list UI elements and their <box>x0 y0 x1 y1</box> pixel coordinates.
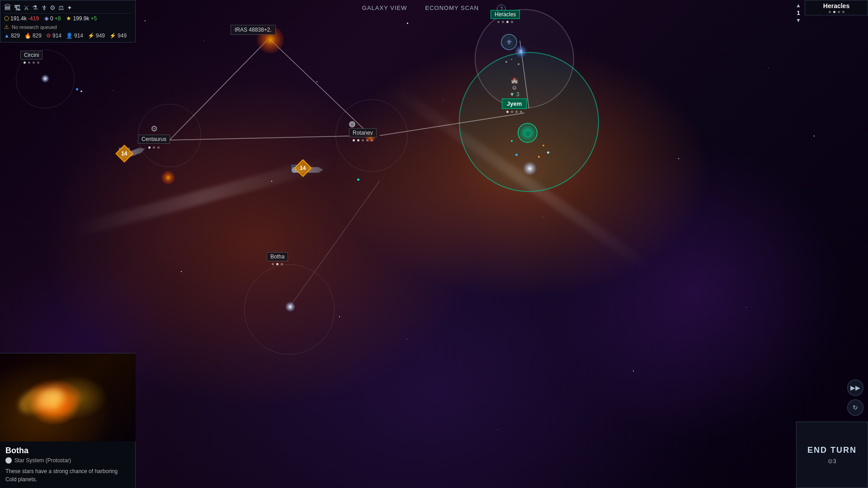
bottom-left-info-panel: Botha Star System (Protostar) These star… <box>0 353 136 488</box>
star-heracles-glow <box>514 45 527 58</box>
empire-population-icon[interactable]: 🏛 <box>4 4 11 12</box>
bg-star <box>633 371 634 371</box>
research-row[interactable]: ⚠ No research queued <box>4 23 132 31</box>
empire-dots <box>810 11 863 13</box>
economy-scan-info-icon[interactable]: ? <box>497 5 506 14</box>
bg-star <box>678 158 679 159</box>
protostar-icon <box>5 457 12 464</box>
jyem-planet-1 <box>515 154 518 156</box>
selected-system-name: Botha <box>5 446 130 455</box>
jyem-main-orb: ⊕ <box>518 123 538 143</box>
top-right-panel: ▲ 1 ▼ Heracles <box>792 0 868 26</box>
system-centaurus[interactable]: ⚙ Centaurus <box>138 124 170 149</box>
nebula-1 <box>45 45 362 271</box>
diplomacy-icon[interactable]: 🗡 <box>41 4 47 11</box>
system-label-circini[interactable]: Circini <box>20 51 42 64</box>
refresh-btn[interactable]: ↻ <box>847 399 863 416</box>
top-center-nav: GALAXY VIEW ECONOMY SCAN ? <box>362 5 506 14</box>
heracles-small-dot-3 <box>518 63 519 65</box>
rotanev-face-icon: ☺ <box>349 121 355 127</box>
bg-star <box>443 99 443 100</box>
star-jyem-glow <box>523 162 537 175</box>
system-rotanev[interactable]: ☺ Rotanev <box>349 121 377 141</box>
arrow-down-icon[interactable]: ▼ <box>796 17 801 23</box>
selected-system-description: These stars have a strong chance of harb… <box>5 467 130 483</box>
rotanev-planet-cyan <box>357 178 359 181</box>
heracles-small-dot-2 <box>511 59 512 60</box>
selected-system-info: Botha Star System (Protostar) These star… <box>0 441 135 488</box>
jyem-planet-2 <box>538 156 540 158</box>
resources-row2: ▲ 829 🔥 829 ⚙ 914 👤 914 ⚡ 949 ⚡ 949 <box>4 31 132 40</box>
science-display[interactable]: ★ 199.9k +5 <box>66 15 97 22</box>
bg-star <box>316 81 317 82</box>
research-icon[interactable]: ⚗ <box>32 4 38 11</box>
jyem-small-planet-orange <box>542 145 544 146</box>
resource-values-row: ⬡ 191.4k -419 ◈ 0 +8 ★ 199.9k +5 <box>4 14 132 23</box>
circini-planet-white <box>80 90 82 92</box>
bg-star <box>181 271 182 272</box>
star-centaurus-glow <box>161 171 175 184</box>
food-display[interactable]: ▲ 829 <box>4 33 20 39</box>
jyem-planet-3 <box>547 151 549 154</box>
turn-arrows: ▲ 1 ▼ <box>792 0 805 26</box>
botha-dots <box>267 263 288 265</box>
centaurus-dots <box>148 146 160 149</box>
bg-star <box>814 136 815 136</box>
end-turn-button[interactable]: END TURN ⊙3 <box>796 422 868 488</box>
industry-display[interactable]: ⚙ 914 <box>46 33 61 39</box>
economy-scan-nav[interactable]: ECONOMY SCAN <box>425 5 479 14</box>
fast-forward-btn[interactable]: ▶▶ <box>847 380 863 396</box>
bg-star <box>113 90 113 91</box>
centaurus-gear-icon: ⚙ <box>151 124 158 134</box>
resource-panel: 🏛 🏗 ⚔ ⚗ 🗡 ⚙ ⚖ ✦ ⬡ 191.4k -419 ◈ 0 +8 ★ 1… <box>0 0 136 42</box>
trade-icon[interactable]: ⚖ <box>58 4 64 11</box>
bg-star <box>497 429 498 430</box>
jyem-dots <box>502 111 527 113</box>
dust-display[interactable]: ⚡ 949 <box>109 33 127 39</box>
system-jyem[interactable]: 🏰 ☺ ▼ 3 Jyem <box>502 77 527 113</box>
circini-dots <box>20 61 42 64</box>
bg-star <box>542 217 543 217</box>
selected-system-image <box>0 353 136 441</box>
heracles-small-dot-1 <box>505 61 507 63</box>
credits-display[interactable]: ⬡ 191.4k -419 <box>4 15 39 22</box>
bg-star <box>339 316 340 317</box>
misc-icon[interactable]: ✦ <box>67 4 72 11</box>
selected-system-type: Star System (Protostar) <box>5 457 130 464</box>
end-turn-counter: ⊙3 <box>828 458 836 465</box>
buildings-icon[interactable]: 🏗 <box>14 4 21 12</box>
settings-icon[interactable]: ⚙ <box>50 4 56 11</box>
pop-display[interactable]: 👤 914 <box>66 33 83 39</box>
resource-icons-row: 🏛 🏗 ⚔ ⚗ 🗡 ⚙ ⚖ ✦ <box>4 2 132 14</box>
galaxy-view-nav[interactable]: GALAXY VIEW <box>362 5 407 14</box>
production-display[interactable]: 🔥 829 <box>24 33 42 39</box>
turn-number: 1 <box>797 9 800 16</box>
bg-star <box>407 339 407 339</box>
energy-display[interactable]: ⚡ 949 <box>88 33 105 39</box>
jyem-pop-indicator: ▼ 3 <box>502 91 527 98</box>
bg-star <box>746 307 746 308</box>
bg-star <box>769 68 769 68</box>
star-botha-glow <box>285 302 295 312</box>
system-botha[interactable]: Botha <box>267 252 288 265</box>
arrow-up-icon[interactable]: ▲ <box>796 2 801 9</box>
rotanev-dots <box>349 139 377 141</box>
right-side-buttons: ▶▶ ↻ <box>847 380 863 416</box>
jyem-small-planet-cyan <box>511 140 513 142</box>
circini-planet-blue <box>76 88 78 90</box>
star-circini-glow <box>41 75 49 83</box>
jyem-face-icon: ☺ <box>502 84 527 91</box>
jyem-castle-icon: 🏰 <box>502 77 527 84</box>
influence-display[interactable]: ◈ 0 +8 <box>44 15 61 22</box>
units-icon[interactable]: ⚔ <box>24 4 29 11</box>
empire-panel: Heracles <box>805 0 868 15</box>
